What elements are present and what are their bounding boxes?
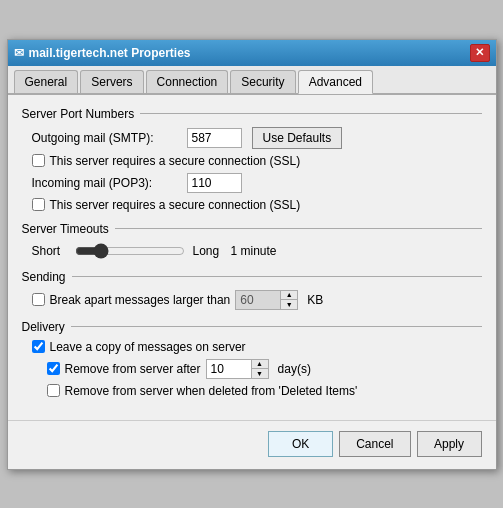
break-apart-checkbox[interactable]: [32, 293, 45, 306]
remove-after-spin-up[interactable]: ▲: [252, 360, 268, 369]
properties-window: ✉ mail.tigertech.net Properties ✕ Genera…: [7, 39, 497, 470]
break-apart-spin-up[interactable]: ▲: [281, 291, 297, 300]
remove-after-unit: day(s): [278, 362, 311, 376]
delivery-title: Delivery: [22, 320, 482, 334]
break-apart-input: [235, 290, 280, 310]
window-icon: ✉: [14, 46, 24, 60]
tab-general[interactable]: General: [14, 70, 79, 93]
tab-servers[interactable]: Servers: [80, 70, 143, 93]
ssl-pop3-label: This server requires a secure connection…: [50, 198, 301, 212]
apply-button[interactable]: Apply: [417, 431, 482, 457]
title-bar: ✉ mail.tigertech.net Properties ✕: [8, 40, 496, 66]
break-apart-arrows: ▲ ▼: [280, 290, 298, 310]
server-timeouts-section: Server Timeouts Short Long 1 minute: [22, 222, 482, 260]
ssl-pop3-row: This server requires a secure connection…: [22, 198, 482, 212]
remove-after-label: Remove from server after: [65, 362, 201, 376]
leave-copy-row: Leave a copy of messages on server: [22, 340, 482, 354]
timeout-value: 1 minute: [231, 244, 277, 258]
leave-copy-label: Leave a copy of messages on server: [50, 340, 246, 354]
remove-after-row: Remove from server after ▲ ▼ day(s): [22, 359, 482, 379]
short-label: Short: [32, 244, 67, 258]
server-port-title: Server Port Numbers: [22, 107, 482, 121]
tab-connection[interactable]: Connection: [146, 70, 229, 93]
break-apart-row: Break apart messages larger than ▲ ▼ KB: [22, 290, 482, 310]
break-apart-unit: KB: [307, 293, 323, 307]
incoming-mail-row: Incoming mail (POP3):: [22, 173, 482, 193]
remove-deleted-label: Remove from server when deleted from 'De…: [65, 384, 358, 398]
remove-after-checkbox[interactable]: [47, 362, 60, 375]
tab-security[interactable]: Security: [230, 70, 295, 93]
remove-deleted-checkbox[interactable]: [47, 384, 60, 397]
timeout-slider-row: Short Long 1 minute: [22, 242, 482, 260]
incoming-port-input[interactable]: [187, 173, 242, 193]
long-label: Long: [193, 244, 223, 258]
ssl-smtp-row: This server requires a secure connection…: [22, 154, 482, 168]
timeout-slider[interactable]: [75, 242, 185, 260]
outgoing-label: Outgoing mail (SMTP):: [32, 131, 187, 145]
dialog-buttons: OK Cancel Apply: [8, 420, 496, 469]
outgoing-port-input[interactable]: [187, 128, 242, 148]
outgoing-mail-row: Outgoing mail (SMTP): Use Defaults: [22, 127, 482, 149]
incoming-label: Incoming mail (POP3):: [32, 176, 187, 190]
use-defaults-button[interactable]: Use Defaults: [252, 127, 343, 149]
remove-after-input[interactable]: [206, 359, 251, 379]
sending-section: Sending Break apart messages larger than…: [22, 270, 482, 310]
close-button[interactable]: ✕: [470, 44, 490, 62]
remove-deleted-row: Remove from server when deleted from 'De…: [22, 384, 482, 398]
ssl-smtp-checkbox[interactable]: [32, 154, 45, 167]
leave-copy-checkbox[interactable]: [32, 340, 45, 353]
server-timeouts-title: Server Timeouts: [22, 222, 482, 236]
delivery-section: Delivery Leave a copy of messages on ser…: [22, 320, 482, 398]
remove-after-spinbox: ▲ ▼: [206, 359, 269, 379]
tab-bar: General Servers Connection Security Adva…: [8, 66, 496, 95]
ssl-smtp-label: This server requires a secure connection…: [50, 154, 301, 168]
break-apart-spinbox: ▲ ▼: [235, 290, 298, 310]
ok-button[interactable]: OK: [268, 431, 333, 457]
cancel-button[interactable]: Cancel: [339, 431, 410, 457]
tab-advanced[interactable]: Advanced: [298, 70, 373, 94]
remove-after-arrows: ▲ ▼: [251, 359, 269, 379]
ssl-pop3-checkbox[interactable]: [32, 198, 45, 211]
remove-after-spin-down[interactable]: ▼: [252, 369, 268, 378]
sending-title: Sending: [22, 270, 482, 284]
title-bar-text: ✉ mail.tigertech.net Properties: [14, 46, 191, 60]
tab-content: Server Port Numbers Outgoing mail (SMTP)…: [8, 95, 496, 420]
server-port-section: Server Port Numbers Outgoing mail (SMTP)…: [22, 107, 482, 212]
break-apart-label: Break apart messages larger than: [50, 293, 231, 307]
break-apart-spin-down[interactable]: ▼: [281, 300, 297, 309]
window-title: mail.tigertech.net Properties: [29, 46, 191, 60]
